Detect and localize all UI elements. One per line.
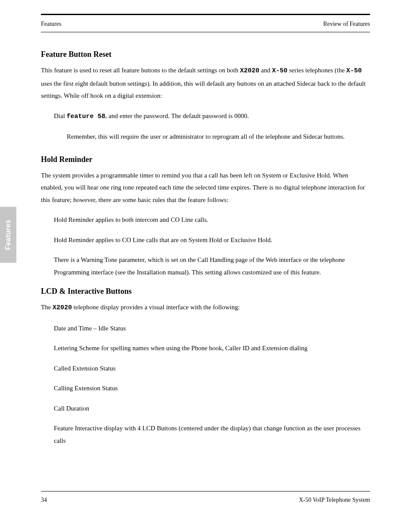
heading-feature-button-reset: Feature Button Reset [41,50,370,59]
fbr-caution: Remember, this will require the user or … [41,131,370,143]
footer-rule [41,491,370,492]
footer-page-number: 34 [41,497,47,504]
header-right: Review of Features [323,21,370,28]
lcd-bullet-2: Lettering Scheme for spelling names when… [41,342,370,355]
text: and [259,67,272,74]
fbr-step: Dial feature 58, and enter the password.… [41,110,370,123]
content: Feature Button Reset This feature is use… [41,43,370,480]
text: series telephones (the [287,67,346,74]
hr-bullet-2: Hold Reminder applies to CO Line calls t… [41,234,370,246]
hr-bullet-1: Hold Reminder applies to both intercom a… [41,214,370,226]
header-left: Features [41,21,61,28]
footer: 34 X-50 VoIP Telephone System [41,497,370,504]
side-tab: Features [0,207,16,263]
hr-bullet-3: There is a Warning Tone parameter, which… [41,254,370,278]
lcd-bullet-6: Feature Interactive display with 4 LCD B… [41,422,370,447]
fbr-paragraph-1: This feature is used to reset all featur… [41,64,370,102]
model-code: X-50 [272,67,287,75]
lcd-bullet-3: Called Extension Status [41,362,370,375]
heading-hold-reminder: Hold Reminder [41,155,370,164]
text: The [41,304,53,311]
lcd-bullet-5: Call Duration [41,402,370,415]
lcd-bullet-1: Date and Time – Idle Status [41,322,370,335]
running-header: Features Review of Features [41,21,370,28]
text: telephone display provides a visual inte… [72,304,240,311]
lcd-bullet-4: Calling Extension Status [41,382,370,395]
hr-paragraph-1: The system provides a programmable timer… [41,169,370,206]
feature-code: feature 58 [67,113,106,120]
text: uses the first eight default button sett… [41,80,366,100]
model-code: X-50 [346,67,362,75]
page: Features Review of Features Features Fea… [0,0,411,532]
lcd-paragraph-1: The X2020 telephone display provides a v… [41,301,370,314]
text: , and enter the password. The default pa… [106,112,249,119]
side-tab-label: Features [4,220,12,250]
text: Dial [54,112,67,119]
top-rule-thin [41,32,370,32]
top-rule-thick [41,14,370,15]
model-code: X2020 [53,304,72,311]
footer-doc-title: X-50 VoIP Telephone System [299,497,370,504]
text: This feature is used to reset all featur… [41,67,240,74]
heading-lcd-interactive: LCD & Interactive Buttons [41,287,370,296]
model-code: X2020 [240,67,259,75]
